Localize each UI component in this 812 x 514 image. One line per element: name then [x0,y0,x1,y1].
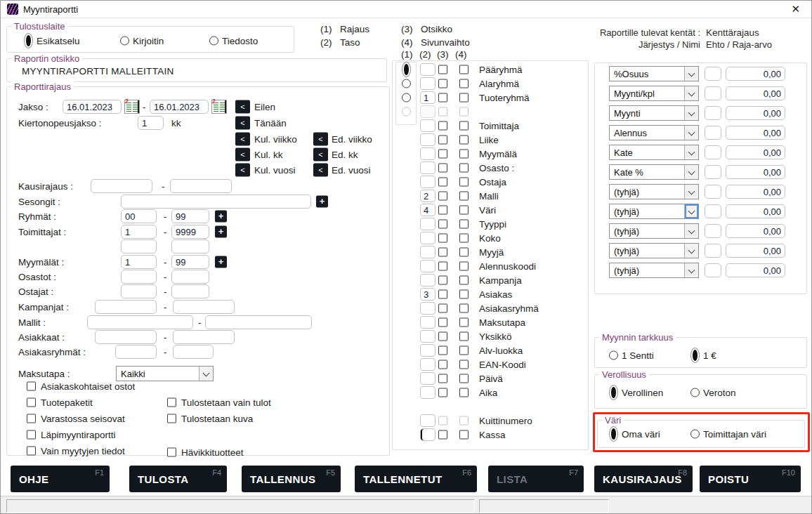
otsikko-checkbox-aika[interactable] [438,388,447,397]
field-select-8[interactable]: (tyhjä) [609,204,699,219]
close-icon[interactable]: ✕ [791,3,800,15]
field-select-3[interactable]: Myynti [609,105,699,121]
field-select-5[interactable]: Kate [609,145,699,160]
button-lista[interactable]: LISTAF7 [488,466,584,492]
checkbox-asiakaskohtaiset-ostot[interactable] [27,382,36,391]
jakso-to-input[interactable] [150,100,209,114]
taso-input-osasto[interactable] [420,162,436,174]
button-tallennus[interactable]: TALLENNUSF5 [242,466,341,492]
quick-button-kul-kk[interactable]: < [235,148,250,162]
button-kausirajaus[interactable]: KAUSIRAJAUSF8 [594,466,693,492]
taso-input-kuittinumero[interactable] [420,414,436,427]
otsikko-checkbox-myyja[interactable] [438,248,447,257]
field-select-2[interactable]: Myynti/kpl [609,86,699,101]
radio-toimittajan-vari[interactable] [690,430,700,439]
rajaus-radio-tuoteryhma[interactable] [402,93,411,103]
button-poistu[interactable]: POISTUF10 [700,466,801,492]
otsikko-checkbox-paaryhma[interactable] [438,65,447,74]
otsikko-checkbox-kassa[interactable] [438,430,447,440]
radio-verollinen[interactable] [609,385,618,400]
otsikko-checkbox-alaryhma[interactable] [438,79,447,88]
sivunvaihto-checkbox-alv-luokka[interactable] [459,346,469,355]
quick-button-ed-vuosi[interactable]: < [313,164,328,177]
otsikko-checkbox-yksikko[interactable] [438,332,447,341]
raja-arvo-input-1[interactable] [726,67,785,81]
ehto-input-2[interactable] [705,86,721,100]
otsikko-checkbox-koko[interactable] [438,234,447,243]
raja-arvo-input-8[interactable] [726,204,785,218]
otsikko-checkbox-asiakas[interactable] [438,290,447,299]
taso-input-tuoteryhma[interactable] [420,91,436,104]
raja-arvo-input-2[interactable] [726,86,785,100]
otsikko-checkbox-alennuskoodi[interactable] [438,262,447,271]
otsikko-checkbox-ostaja[interactable] [438,178,447,187]
taso-input-malli[interactable] [420,190,436,202]
sivunvaihto-checkbox-asiakasryhma[interactable] [459,304,469,313]
calendar-icon[interactable]: 2 [211,100,227,114]
field-select-7[interactable]: (tyhjä) [609,184,699,199]
filter-from-input-kausirajaus[interactable] [91,179,152,193]
sivunvaihto-checkbox-alennuskoodi[interactable] [459,262,469,271]
field-select-9[interactable]: (tyhjä) [609,223,699,239]
radio-tiedosto[interactable] [209,37,218,46]
field-select-1[interactable]: %Osuus [609,66,699,81]
otsikko-checkbox-asiakasryhma[interactable] [438,304,447,313]
rajaus-radio-paaryhma[interactable] [402,62,411,77]
filter-from-input-mallit[interactable] [87,315,193,329]
sivunvaihto-checkbox-koko[interactable] [459,234,469,243]
filter-from-input-ostajat[interactable] [121,284,157,298]
quick-button-kul-vuosi[interactable]: < [235,164,250,177]
raja-arvo-input-6[interactable] [726,165,785,179]
checkbox-lapimyyntiraportti[interactable] [27,430,36,440]
quick-button-tanaan[interactable]: < [235,117,250,130]
plus-button-sesongit[interactable]: + [316,196,328,208]
ehto-input-5[interactable] [705,145,721,159]
calendar-icon[interactable]: 2 [124,100,140,114]
sivunvaihto-checkbox-yksikko[interactable] [459,332,469,341]
checkbox-tulostetaan-kuva[interactable] [167,414,176,423]
sivunvaihto-checkbox-asiakas[interactable] [459,290,469,299]
ehto-input-3[interactable] [705,106,721,120]
filter-to-input-ostajat[interactable] [171,284,209,298]
taso-input-myyja[interactable] [420,246,436,258]
sivunvaihto-checkbox-alaryhma[interactable] [459,79,469,88]
radio-1-e[interactable] [690,348,700,363]
sivunvaihto-checkbox-myyja[interactable] [459,248,469,257]
taso-input-alv-luokka[interactable] [420,344,436,357]
filter-from-input-osastot[interactable] [121,270,157,284]
filter-to-input-asiakasryhmat[interactable] [173,345,214,359]
filter-from-input-toimittajat[interactable] [121,225,157,239]
filter-to-input-ryhmat[interactable] [171,209,209,223]
sivunvaihto-checkbox-paiva[interactable] [459,374,469,383]
sivunvaihto-checkbox-kampanja[interactable] [459,276,469,285]
otsikko-checkbox-tyyppi[interactable] [438,220,447,229]
quick-button-kul-viikko[interactable]: < [235,133,250,146]
radio-kirjoitin[interactable] [120,37,129,46]
taso-input-kassa[interactable] [420,428,436,441]
otsikko-checkbox-malli[interactable] [438,192,447,201]
plus-button-myymalat[interactable]: + [215,256,227,268]
filter-from-input-blank[interactable] [121,239,157,253]
field-select-11[interactable]: (tyhjä) [609,263,699,278]
sivunvaihto-checkbox-maksutapa[interactable] [459,318,469,327]
sivunvaihto-checkbox-tyyppi[interactable] [459,220,469,229]
taso-input-yksikko[interactable] [420,330,436,343]
filter-from-input-kampanjat[interactable] [95,300,157,314]
sivunvaihto-checkbox-paaryhma[interactable] [459,65,469,74]
taso-input-ostaja[interactable] [420,176,436,188]
taso-input-asiakasryhma[interactable] [420,302,436,315]
ehto-input-1[interactable] [705,67,721,81]
radio-esikatselu[interactable] [24,33,33,48]
taso-input-asiakas[interactable] [420,288,436,301]
kiertonopeusjakso-input[interactable] [138,116,164,130]
filter-from-input-asiakkaat[interactable] [95,330,157,344]
taso-input-koko[interactable] [420,232,436,244]
quick-button-ed-viikko[interactable]: < [313,133,328,146]
sivunvaihto-checkbox-aika[interactable] [459,388,469,397]
checkbox-havikkituotteet[interactable] [167,448,176,457]
ehto-input-10[interactable] [705,244,721,258]
raja-arvo-input-9[interactable] [726,224,785,238]
taso-input-myymala[interactable] [420,147,436,160]
radio-1-sentti[interactable] [609,351,618,360]
taso-input-alaryhma[interactable] [420,77,436,90]
